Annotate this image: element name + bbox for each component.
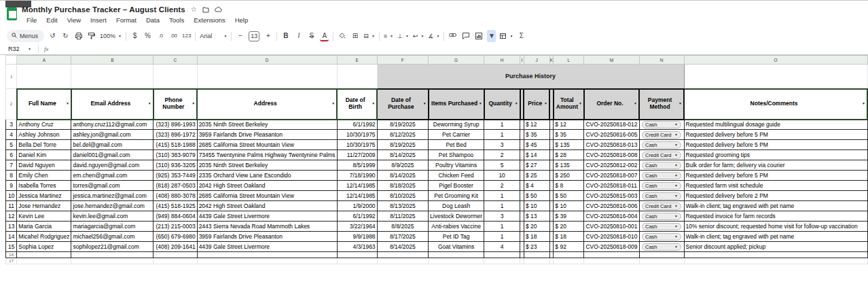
header-payment-method[interactable]: Payment Method▼	[639, 89, 684, 120]
cell-item[interactable]: Deworming Syrup	[429, 120, 484, 130]
filter-icon[interactable]: ▼	[331, 102, 335, 106]
cell-purchase-date[interactable]: 8/18/2025	[377, 181, 429, 191]
cell-phone[interactable]: (310) 383-9079	[153, 150, 198, 160]
cell-address[interactable]: 2443 Sierra Nevada Road Mammoth Lakes	[197, 222, 337, 232]
cell-price[interactable]: $ 35	[524, 130, 549, 140]
column-header-D[interactable]: D	[197, 56, 337, 65]
cell-email[interactable]: jose.hernandez@gmail.com	[71, 201, 153, 211]
menu-item-insert[interactable]: Insert	[86, 16, 111, 24]
column-header-N[interactable]: N	[639, 56, 684, 65]
cell-name[interactable]: Daniel Kim	[17, 150, 71, 160]
cell-dob[interactable]: 10/30/1975	[337, 130, 377, 140]
cell-total[interactable]: $ 250	[554, 171, 584, 181]
cell-purchase-date[interactable]: 8/19/2025	[377, 120, 429, 130]
cell-dob[interactable]: 9/9/1988	[337, 232, 377, 242]
cell-notes[interactable]: Requested invoice for farm records	[684, 211, 867, 222]
cell-name[interactable]: Ashley Johnson	[17, 130, 71, 140]
cell-price[interactable]: $ 23	[524, 242, 549, 252]
cell-empty[interactable]	[554, 258, 584, 264]
cell-email[interactable]: anthony.cruz112@gmail.com	[71, 120, 153, 130]
text-color-button[interactable]: A	[320, 31, 329, 41]
cell-item[interactable]: Livestock Dewormer	[429, 211, 484, 222]
cell-empty[interactable]	[639, 258, 684, 264]
cell-empty[interactable]	[17, 65, 71, 89]
cell-total[interactable]: $ 135	[554, 140, 584, 150]
row-number[interactable]: 12	[6, 211, 17, 222]
row-number[interactable]: 14	[6, 232, 17, 242]
cell-phone[interactable]: (408) 209-1641	[153, 242, 198, 252]
cell-empty[interactable]	[429, 258, 484, 264]
cell-order-no[interactable]: CVO-20250818-013	[584, 140, 639, 150]
payment-dropdown[interactable]: Cash▼	[642, 233, 681, 241]
cell-name[interactable]: Isabella Torres	[17, 181, 71, 191]
vertical-align-button[interactable]: ⊥▼	[397, 33, 409, 39]
row-number[interactable]: 5	[6, 140, 17, 150]
row-number[interactable]: 10	[6, 191, 17, 201]
cell-email[interactable]: em.chen@gmail.com	[71, 171, 153, 181]
payment-dropdown[interactable]: Cash▼	[642, 223, 681, 230]
cell-phone[interactable]: (323) 896-1972	[153, 130, 198, 140]
cell-price[interactable]: $ 10	[524, 201, 549, 211]
payment-dropdown[interactable]: Cash▼	[642, 243, 681, 251]
cell-total[interactable]: $ 20	[554, 222, 584, 232]
font-select[interactable]: Arial▼	[200, 33, 227, 39]
cell-item[interactable]: Anti-rabies Vaccine	[429, 222, 484, 232]
cell-email[interactable]: mariagarcia@gmail.com	[71, 222, 153, 232]
print-icon[interactable]	[74, 30, 83, 42]
horizontal-align-button[interactable]: ≡▼	[384, 33, 393, 39]
cell-price[interactable]: $ 12	[524, 120, 549, 130]
cell-purchase-date[interactable]: 8/14/2025	[377, 150, 429, 160]
cell-name[interactable]: Kevin Lee	[17, 211, 71, 222]
column-header-A[interactable]: A	[17, 56, 71, 65]
cell-email[interactable]: david.nguyen@gmail.com	[71, 160, 153, 171]
menu-item-view[interactable]: View	[62, 16, 86, 24]
cell-empty[interactable]	[17, 252, 71, 258]
cell-empty[interactable]	[197, 258, 337, 264]
row-number[interactable]: 1	[6, 65, 17, 89]
cell-qty[interactable]: 5	[484, 160, 520, 171]
cell-phone[interactable]: (408) 880-3078	[153, 191, 198, 201]
menu-item-tools[interactable]: Tools	[164, 16, 189, 24]
insert-chart-icon[interactable]	[474, 30, 483, 42]
cell-address[interactable]: 2685 California Street Mountain View	[197, 191, 337, 201]
cell-notes[interactable]: Requested farm visit schedule	[684, 181, 867, 191]
row-number[interactable]: 6	[6, 150, 17, 160]
cell-empty[interactable]	[684, 258, 867, 264]
cell-order-no[interactable]: CVO-20250815-003	[584, 191, 639, 201]
cell-qty[interactable]: 1	[484, 232, 520, 242]
column-header-B[interactable]: B	[71, 56, 153, 65]
cell-item[interactable]: Pet Bed	[429, 140, 484, 150]
cell-address[interactable]: 2335 Orchard View Lane Escondido	[197, 171, 337, 181]
cell-empty[interactable]	[337, 252, 377, 258]
payment-dropdown[interactable]: Cash▼	[642, 172, 681, 179]
insert-link-icon[interactable]	[448, 30, 457, 42]
row-number[interactable]: 2	[6, 89, 17, 120]
cell-purchase-date[interactable]: 8/11/2025	[377, 211, 429, 222]
cell-total[interactable]: $ 8	[554, 181, 584, 191]
merge-cells-button[interactable]: ⊟▼	[363, 33, 375, 39]
cell-notes[interactable]: Senior discount applied; pickup	[684, 242, 867, 252]
filter-icon[interactable]: ▼	[515, 102, 518, 106]
header-items-purchased[interactable]: Items Purchased▼	[429, 89, 484, 120]
cell-order-no[interactable]: CVO-20250816-004	[584, 211, 639, 222]
cell-email[interactable]: daniel001@gmail.com	[71, 150, 153, 160]
column-header-J[interactable]: J	[524, 56, 549, 65]
name-box[interactable]: R32▼	[0, 46, 35, 52]
column-header-G[interactable]: G	[429, 56, 484, 65]
cell-total[interactable]: $ 39	[554, 211, 584, 222]
redo-icon[interactable]: ↻	[61, 30, 70, 42]
italic-button[interactable]: I	[294, 30, 303, 42]
payment-dropdown[interactable]: Cash▼	[642, 162, 681, 169]
cell-order-no[interactable]: CVO-20250818-011	[584, 181, 639, 191]
format-percent-button[interactable]: %	[143, 30, 152, 42]
cell-address[interactable]: 3959 Fairlands Drive Pleasanton	[197, 130, 337, 140]
cell-empty[interactable]	[153, 258, 198, 264]
payment-dropdown[interactable]: Credit Card▼	[642, 131, 681, 139]
more-formats-button[interactable]: 123	[182, 30, 191, 42]
cell-item[interactable]: Goat Vitamins	[429, 242, 484, 252]
cell-dob[interactable]: 6/1/1992	[337, 120, 377, 130]
cell-empty[interactable]	[684, 252, 867, 258]
cell-address[interactable]: 4439 Gale Street Livermore	[197, 211, 337, 222]
cell-phone[interactable]: (323) 896-1993	[153, 120, 198, 130]
header-date-of-birth[interactable]: Date of Birth▼	[337, 89, 377, 120]
